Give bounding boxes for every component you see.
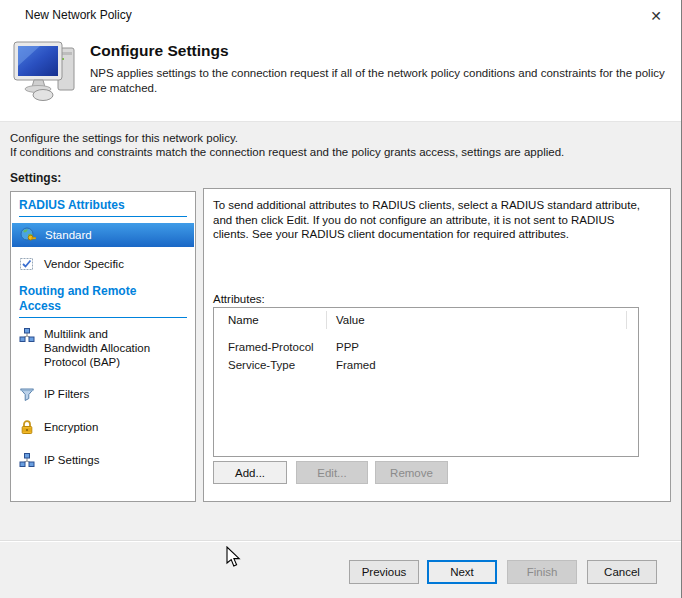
table-row-name[interactable]: Service-Type (228, 359, 295, 371)
checkbox-icon (19, 256, 35, 272)
cancel-button[interactable]: Cancel (587, 560, 657, 584)
remove-button[interactable]: Remove (375, 461, 448, 484)
computer-icon (12, 40, 80, 102)
filter-icon (19, 386, 35, 402)
column-header-name[interactable]: Name (228, 314, 259, 326)
edit-button[interactable]: Edit... (296, 461, 368, 484)
new-network-policy-dialog: New Network Policy ✕ (0, 0, 682, 598)
settings-sidebar: RADIUS Attributes Standard (10, 191, 196, 502)
sidebar-item-label: IP Settings (44, 454, 99, 466)
finish-button[interactable]: Finish (507, 560, 577, 584)
column-header-value[interactable]: Value (336, 314, 365, 326)
sidebar-item-label: IP Filters (44, 388, 89, 400)
sidebar-item-ip-settings[interactable]: IP Settings (11, 449, 195, 471)
sidebar-item-vendor-specific[interactable]: Vendor Specific (11, 253, 195, 275)
wizard-header: Configure Settings NPS applies settings … (0, 32, 681, 121)
window-title: New Network Policy (25, 8, 132, 22)
column-divider (326, 311, 327, 329)
close-button[interactable]: ✕ (644, 4, 668, 28)
panel-instructions: To send additional attributes to RADIUS … (213, 198, 645, 242)
table-row-value[interactable]: Framed (336, 359, 376, 371)
sidebar-heading-routing-remote-access: Routing and Remote Access (19, 284, 187, 318)
next-button[interactable]: Next (427, 560, 497, 584)
sidebar-item-label: Standard (45, 229, 92, 241)
sidebar-item-multilink-bap[interactable]: Multilink and Bandwidth Allocation Proto… (11, 324, 195, 372)
sidebar-item-label: Vendor Specific (44, 258, 124, 270)
previous-button[interactable]: Previous (349, 560, 419, 584)
title-bar: New Network Policy ✕ (0, 0, 681, 32)
intro-line1: Configure the settings for this network … (10, 132, 238, 144)
close-icon: ✕ (650, 8, 662, 24)
sidebar-item-standard[interactable]: Standard (12, 223, 194, 247)
sidebar-item-ip-filters[interactable]: IP Filters (11, 383, 195, 405)
intro-line2: If conditions and constraints match the … (10, 146, 564, 158)
column-divider (626, 311, 627, 329)
sidebar-item-label: Multilink and Bandwidth Allocation Proto… (44, 327, 162, 369)
wizard-footer (0, 541, 681, 598)
standard-attributes-panel: To send additional attributes to RADIUS … (203, 188, 671, 502)
add-button[interactable]: Add... (213, 461, 287, 484)
page-title: Configure Settings (90, 42, 229, 60)
globe-key-icon (20, 227, 36, 243)
network-icon (19, 452, 35, 468)
sidebar-item-label: Encryption (44, 421, 98, 433)
settings-label: Settings: (10, 171, 61, 185)
page-description: NPS applies settings to the connection r… (90, 66, 682, 96)
table-row-name[interactable]: Framed-Protocol (228, 341, 314, 353)
table-row-value[interactable]: PPP (336, 341, 359, 353)
wizard-body: Configure the settings for this network … (0, 121, 681, 541)
sidebar-item-encryption[interactable]: Encryption (11, 416, 195, 438)
attributes-label: Attributes: (213, 293, 265, 305)
attributes-table[interactable]: Name Value Framed-Protocol PPP Service-T… (213, 307, 639, 457)
network-icon (19, 327, 35, 343)
lock-icon (19, 419, 35, 435)
sidebar-heading-radius-attributes: RADIUS Attributes (19, 198, 187, 217)
